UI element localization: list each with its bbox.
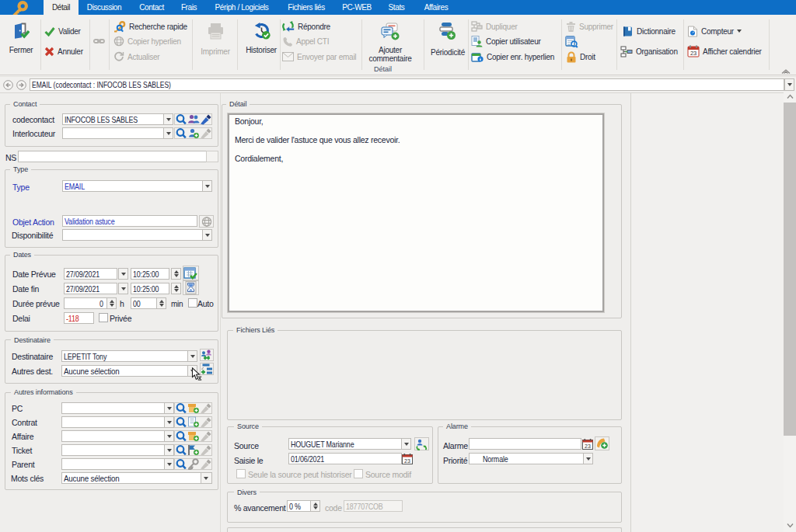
- svg-text:23: 23: [690, 50, 696, 57]
- svg-text:23: 23: [585, 443, 591, 449]
- svg-text:23: 23: [404, 458, 410, 464]
